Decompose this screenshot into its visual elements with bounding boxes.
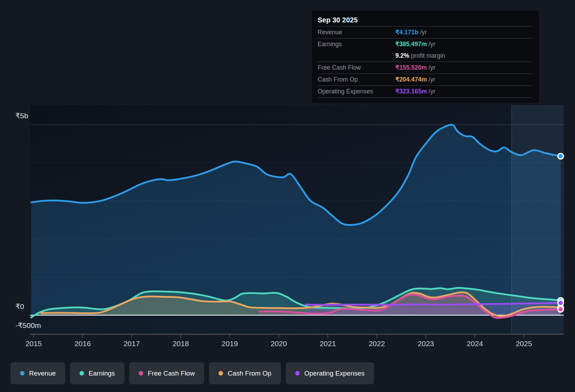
x-axis-label-2025: 2025 [516, 340, 532, 348]
tooltip-row-value: ₹4.171b /yr [395, 29, 427, 36]
operating-expenses-end-marker[interactable] [558, 300, 563, 306]
operating-expenses-legend-dot-icon [295, 371, 300, 376]
legend-item-label: Earnings [89, 370, 115, 377]
tooltip-row-value: ₹204.474m /yr [395, 76, 435, 83]
financial-history-chart: ₹5b₹0-₹500m20152016201720182019202020212… [0, 0, 575, 392]
x-axis-label-2023: 2023 [418, 340, 434, 348]
tooltip-row-value: ₹385.497m /yr [395, 41, 435, 48]
tooltip-row-operating-expenses: Operating Expenses₹323.165m /yr [318, 86, 533, 98]
legend-item-earnings[interactable]: Earnings [70, 362, 124, 384]
free-cash-flow-legend-dot-icon [139, 371, 143, 376]
tooltip-row-value: ₹155.520m /yr [395, 64, 435, 71]
x-axis-label-2019: 2019 [222, 340, 238, 348]
legend-item-cash-from-op[interactable]: Cash From Op [209, 362, 281, 384]
y-axis-label--500: -₹500m [15, 321, 41, 329]
chart-legend: RevenueEarningsFree Cash FlowCash From O… [11, 362, 374, 384]
earnings-legend-dot-icon [79, 371, 84, 376]
y-axis-label-0: ₹0 [15, 302, 24, 310]
y-axis-label-5000: ₹5b [15, 112, 28, 120]
tooltip-row-label: Operating Expenses [318, 88, 395, 95]
legend-item-label: Free Cash Flow [148, 370, 195, 377]
x-axis-label-2018: 2018 [173, 340, 189, 348]
tooltip-date: Sep 30 2025 [318, 14, 533, 27]
x-axis-label-2024: 2024 [467, 340, 483, 348]
x-axis-label-2020: 2020 [271, 340, 287, 348]
chart-tooltip: Sep 30 2025 Revenue₹4.171b /yrEarnings₹3… [312, 10, 539, 103]
legend-item-operating-expenses[interactable]: Operating Expenses [286, 362, 374, 384]
tooltip-row-label: Cash From Op [318, 76, 395, 83]
cash-from-op-legend-dot-icon [219, 371, 223, 376]
free-cash-flow-end-marker[interactable] [558, 307, 563, 312]
tooltip-row-cash-from-op: Cash From Op₹204.474m /yr [318, 74, 533, 86]
legend-item-label: Operating Expenses [304, 370, 365, 377]
tooltip-row-earnings: Earnings₹385.497m /yr [318, 38, 533, 50]
legend-item-free-cash-flow[interactable]: Free Cash Flow [129, 362, 204, 384]
tooltip-row-label: Revenue [318, 29, 395, 36]
tooltip-row-profit-margin: 9.2% profit margin [318, 50, 533, 62]
x-axis-label-2016: 2016 [75, 340, 91, 348]
x-axis-label-2017: 2017 [124, 340, 140, 348]
legend-item-label: Cash From Op [228, 370, 271, 377]
tooltip-row-value: 9.2% profit margin [395, 52, 445, 59]
legend-item-label: Revenue [29, 370, 56, 377]
x-axis-label-2021: 2021 [320, 340, 336, 348]
x-axis-label-2022: 2022 [369, 340, 385, 348]
tooltip-row-label: Earnings [318, 41, 395, 48]
tooltip-row-value: ₹323.165m /yr [395, 88, 435, 95]
legend-item-revenue[interactable]: Revenue [11, 362, 65, 384]
x-axis-label-2015: 2015 [26, 340, 42, 348]
tooltip-row-free-cash-flow: Free Cash Flow₹155.520m /yr [318, 62, 533, 74]
tooltip-row-label: Free Cash Flow [318, 64, 395, 71]
tooltip-row-revenue: Revenue₹4.171b /yr [318, 27, 533, 38]
revenue-end-marker[interactable] [558, 153, 563, 159]
revenue-legend-dot-icon [20, 371, 25, 376]
